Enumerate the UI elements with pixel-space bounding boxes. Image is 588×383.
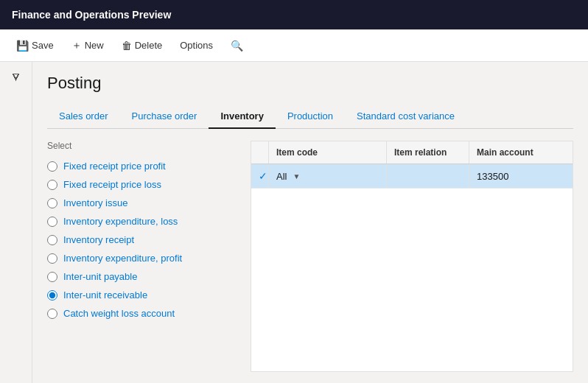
radio-inter-unit-payable[interactable]: [47, 272, 57, 282]
radio-inventory-expenditure-loss[interactable]: [47, 217, 57, 227]
app-title: Finance and Operations Preview: [12, 9, 171, 21]
sidebar: ⛛: [0, 62, 32, 383]
tab-standard-cost-variance[interactable]: Standard cost variance: [345, 105, 466, 129]
main-container: ⛛ Posting Sales order Purchase order Inv…: [0, 62, 588, 383]
radio-inventory-issue[interactable]: [47, 198, 57, 208]
list-item[interactable]: Inventory receipt: [47, 231, 239, 249]
radio-inventory-receipt[interactable]: [47, 235, 57, 245]
tab-sales-order[interactable]: Sales order: [47, 105, 119, 129]
list-item[interactable]: Inter-unit payable: [47, 267, 239, 286]
radio-label-inventory-expenditure-loss: Inventory expenditure, loss: [63, 216, 178, 227]
radio-label-fixed-receipt-price-profit: Fixed receipt price profit: [63, 161, 166, 172]
row-item-code-cell[interactable]: All ▼: [269, 164, 387, 188]
save-button[interactable]: 💾 Save: [9, 35, 61, 56]
radio-label-catch-weight-loss-account: Catch weight loss account: [63, 308, 175, 319]
tab-inventory[interactable]: Inventory: [209, 105, 276, 129]
radio-label-inventory-issue: Inventory issue: [63, 197, 127, 208]
search-button[interactable]: 🔍: [223, 35, 251, 56]
filter-icon[interactable]: ⛛: [7, 68, 25, 87]
radio-inventory-expenditure-profit[interactable]: [47, 253, 57, 264]
select-panel: Select Fixed receipt price profit Fixed …: [47, 141, 239, 372]
row-check-icon: ✓: [259, 170, 267, 182]
radio-fixed-receipt-price-loss[interactable]: [47, 180, 57, 190]
list-item[interactable]: Catch weight loss account: [47, 304, 239, 323]
content-area: Posting Sales order Purchase order Inven…: [32, 62, 588, 383]
plus-icon: ＋: [71, 39, 82, 52]
row-check-cell: ✓: [251, 164, 269, 188]
select-label: Select: [47, 141, 239, 151]
radio-label-fixed-receipt-price-loss: Fixed receipt price loss: [63, 179, 161, 190]
col-header-item-code: Item code: [269, 141, 387, 164]
list-item[interactable]: Fixed receipt price profit: [47, 157, 239, 175]
row-main-account-cell[interactable]: 133500: [469, 164, 573, 188]
list-item[interactable]: Inter-unit receivable: [47, 286, 239, 304]
radio-label-inventory-expenditure-profit: Inventory expenditure, profit: [63, 253, 182, 264]
new-button[interactable]: ＋ New: [64, 35, 111, 57]
radio-label-inter-unit-payable: Inter-unit payable: [63, 271, 137, 282]
tabs-container: Sales order Purchase order Inventory Pro…: [47, 105, 573, 129]
grid-panel: Item code Item relation Main account ✓ A…: [251, 141, 573, 372]
panel-layout: Select Fixed receipt price profit Fixed …: [47, 141, 573, 372]
col-header-check: [251, 141, 269, 164]
delete-button[interactable]: 🗑 Delete: [114, 35, 170, 56]
radio-inter-unit-receivable[interactable]: [47, 290, 57, 301]
page-title: Posting: [47, 74, 573, 93]
row-item-relation-cell[interactable]: [387, 164, 469, 188]
list-item[interactable]: Inventory issue: [47, 194, 239, 212]
col-header-item-relation: Item relation: [387, 141, 469, 164]
radio-label-inter-unit-receivable: Inter-unit receivable: [63, 289, 147, 301]
radio-label-inventory-receipt: Inventory receipt: [63, 234, 134, 245]
dropdown-arrow-icon: ▼: [293, 172, 300, 180]
tab-purchase-order[interactable]: Purchase order: [119, 105, 209, 129]
table-row[interactable]: ✓ All ▼ 133500: [251, 164, 573, 189]
top-bar: Finance and Operations Preview: [0, 0, 588, 29]
list-item[interactable]: Inventory expenditure, profit: [47, 249, 239, 267]
radio-catch-weight-loss-account[interactable]: [47, 309, 57, 319]
save-icon: 💾: [16, 40, 29, 52]
list-item[interactable]: Inventory expenditure, loss: [47, 212, 239, 231]
options-button[interactable]: Options: [172, 35, 220, 55]
toolbar: 💾 Save ＋ New 🗑 Delete Options 🔍: [0, 29, 588, 62]
col-header-main-account: Main account: [469, 141, 573, 164]
tab-production[interactable]: Production: [276, 105, 345, 129]
list-item[interactable]: Fixed receipt price loss: [47, 175, 239, 194]
trash-icon: 🗑: [122, 40, 132, 52]
grid-header: Item code Item relation Main account: [251, 141, 573, 164]
radio-fixed-receipt-price-profit[interactable]: [47, 161, 57, 172]
search-icon: 🔍: [231, 40, 243, 52]
